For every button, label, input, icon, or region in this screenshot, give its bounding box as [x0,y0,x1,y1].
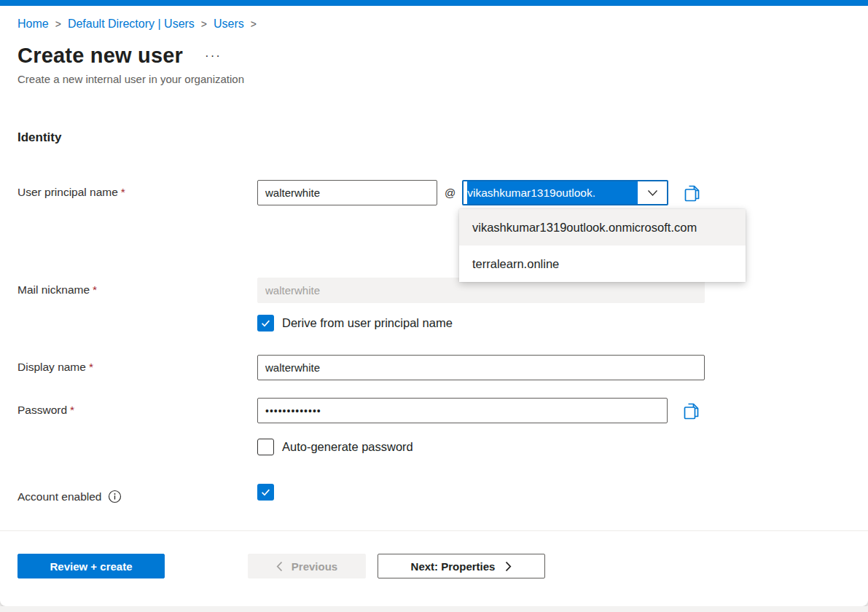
display-name-label: Display name* [17,355,257,374]
domain-option-onmicrosoft[interactable]: vikashkumar1319outlook.onmicrosoft.com [459,209,746,246]
password-row: Password* [17,398,851,423]
password-label-text: Password [17,404,67,416]
domain-selected-value: vikashkumar1319outlook. [467,181,638,204]
upn-label-text: User principal name [17,186,118,198]
more-options-button[interactable]: ··· [202,48,224,63]
top-accent-bar [0,0,868,6]
account-enabled-row: Account enabled [17,484,851,503]
copy-domain-icon[interactable] [684,184,700,203]
identity-section-heading: Identity [17,130,851,145]
chevron-left-icon [276,561,283,572]
chevron-down-icon[interactable] [638,181,667,204]
domain-combobox[interactable]: vikashkumar1319outlook. [462,180,668,205]
upn-input[interactable] [257,180,437,205]
copy-password-icon[interactable] [683,401,700,420]
required-asterisk: * [121,186,125,198]
at-symbol: @ [445,187,455,199]
required-asterisk: * [93,283,97,296]
password-label: Password* [17,398,257,417]
required-asterisk: * [70,404,74,416]
auto-generate-password-row: Auto-generate password [257,439,851,455]
display-name-input[interactable] [257,355,705,380]
mail-nickname-label-text: Mail nickname [17,283,90,296]
review-create-button[interactable]: Review + create [17,554,165,578]
info-icon[interactable] [108,490,122,503]
mail-nickname-label: Mail nickname* [17,278,257,297]
breadcrumb-link-default-directory-users[interactable]: Default Directory | Users [68,17,195,31]
account-enabled-label: Account enabled [17,484,257,503]
password-input[interactable] [257,398,668,423]
breadcrumb-separator: > [251,18,257,30]
chevron-right-icon [505,561,512,572]
account-enabled-label-text: Account enabled [17,490,101,503]
auto-generate-password-checkbox[interactable] [257,439,274,455]
breadcrumb: Home > Default Directory | Users > Users… [17,17,851,31]
breadcrumb-separator: > [55,18,61,30]
derive-from-upn-checkbox[interactable] [257,315,274,332]
display-name-label-text: Display name [17,361,86,373]
page-subtitle: Create a new internal user in your organ… [17,73,851,85]
wizard-footer: Review + create Previous Next: Propertie… [17,531,851,597]
account-enabled-checkbox[interactable] [257,484,274,501]
derive-from-upn-label: Derive from user principal name [282,316,453,330]
required-asterisk: * [89,361,93,373]
domain-option-terralearn[interactable]: terralearn.online [459,246,746,282]
upn-row: User principal name* @ vikashkumar1319ou… [17,180,851,205]
page-title: Create new user [17,44,183,68]
auto-generate-password-label: Auto-generate password [282,440,413,454]
breadcrumb-link-users[interactable]: Users [214,17,244,31]
domain-dropdown-list: vikashkumar1319outlook.onmicrosoft.com t… [459,209,746,282]
upn-label: User principal name* [17,180,257,199]
previous-button[interactable]: Previous [248,554,366,578]
create-new-user-page: Home > Default Directory | Users > Users… [0,6,868,606]
previous-button-label: Previous [292,560,337,573]
display-name-row: Display name* [17,355,851,380]
next-properties-button[interactable]: Next: Properties [378,554,545,578]
breadcrumb-link-home[interactable]: Home [17,17,49,31]
next-button-label: Next: Properties [411,560,496,573]
derive-from-upn-row: Derive from user principal name [257,315,851,332]
breadcrumb-separator: > [201,18,207,30]
